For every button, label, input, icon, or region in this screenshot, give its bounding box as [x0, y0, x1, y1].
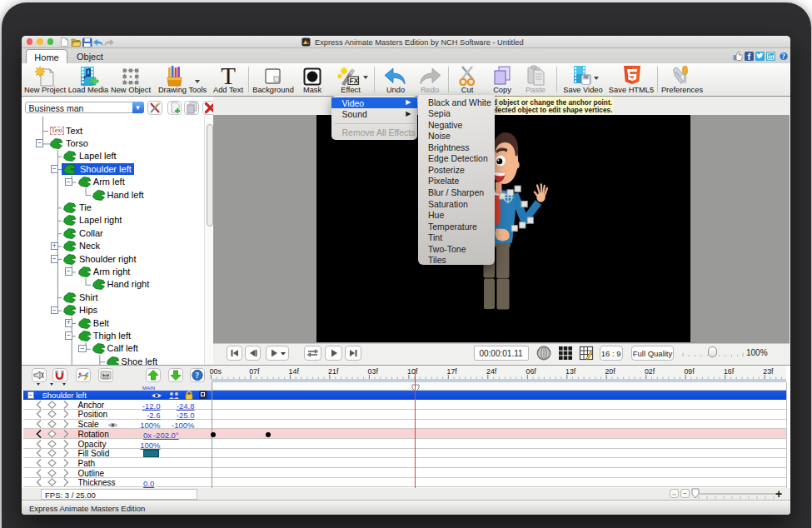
svg-text:?: ? — [781, 52, 785, 61]
svg-text:f: f — [748, 51, 751, 61]
svg-text:FX: FX — [350, 77, 359, 85]
